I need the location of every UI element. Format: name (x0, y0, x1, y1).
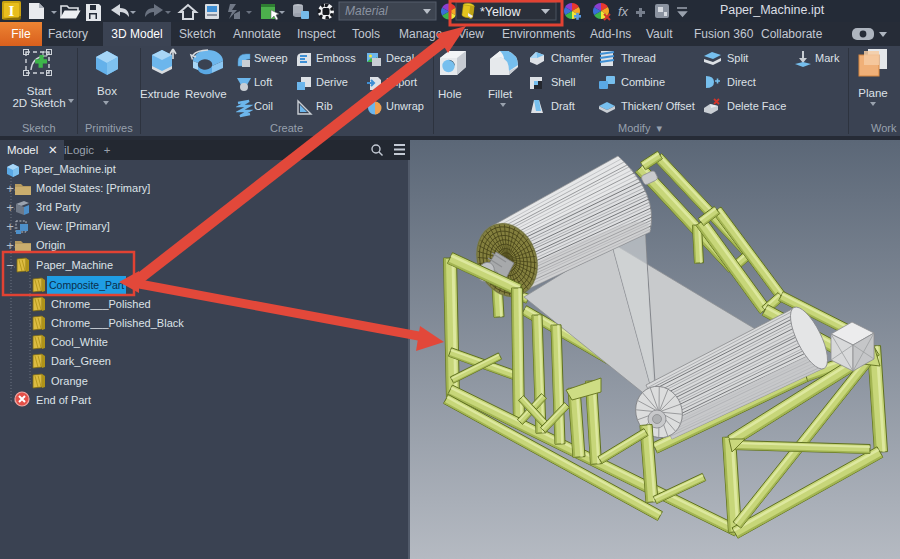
svg-text:I: I (9, 3, 15, 19)
svg-text:Material: Material (345, 4, 388, 18)
svg-text:*Yellow: *Yellow (480, 5, 522, 19)
svg-text:fx: fx (618, 4, 629, 19)
